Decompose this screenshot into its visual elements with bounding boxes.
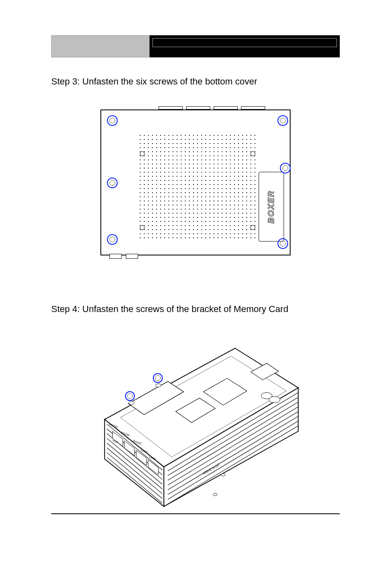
header-left-block [51,35,150,57]
svg-point-26 [156,384,161,387]
front-tab-silhouette [109,254,138,259]
figure-b-device-iso-view: RS232 RS232 RS232 VGA LAN1 LAN2 ADD-E IN… [81,332,310,508]
bracket-screw-marker [153,373,163,383]
inner-screw [140,151,145,156]
screw-marker [107,234,118,245]
svg-point-27 [129,401,134,404]
inner-screw [250,225,255,230]
brand-label: BOXER [267,190,276,223]
footer-rule [51,513,340,514]
figure-a-container: BOXER [51,105,340,265]
screw-marker [277,238,288,249]
inner-screw [250,151,255,156]
device-isometric-illustration: RS232 RS232 RS232 VGA LAN1 LAN2 ADD-E IN… [85,340,306,511]
screw-marker [277,115,288,126]
step-4-text: Step 4: Unfasten the screws of the brack… [51,302,340,316]
ventilation-perforations [138,133,257,240]
bracket-screw-marker [125,391,135,401]
screw-marker [107,178,118,188]
step-3-text: Step 3: Unfasten the six screws of the b… [51,75,340,88]
header-right-block [150,35,340,57]
page-content: Step 3: Unfasten the six screws of the b… [51,75,340,508]
side-brand-plate: BOXER [259,172,284,242]
svg-point-24 [269,397,280,403]
page-header [51,35,340,57]
screw-marker [280,163,291,173]
screw-marker [107,115,118,126]
device-chassis-outline: BOXER [100,109,291,255]
svg-point-33 [213,493,217,496]
figure-a-device-bottom-view: BOXER [97,105,294,265]
svg-point-32 [221,474,225,476]
figure-b-container: RS232 RS232 RS232 VGA LAN1 LAN2 ADD-E IN… [51,332,340,508]
rear-port-silhouette [159,106,265,109]
inner-screw [140,225,145,230]
